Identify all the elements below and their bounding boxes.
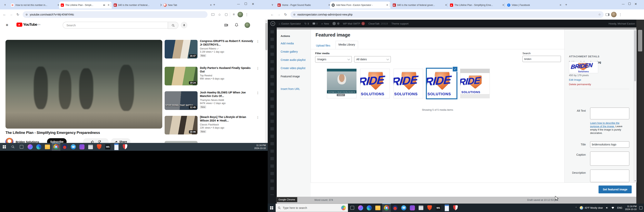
scrollbar-thumb[interactable] bbox=[638, 30, 642, 51]
file-explorer-icon[interactable] bbox=[374, 203, 382, 212]
page-scrollbar-region[interactable] bbox=[636, 20, 644, 203]
site-settings-icon[interactable]: ⚙ bbox=[293, 13, 296, 16]
suggestion-thumb[interactable]: 16:47 bbox=[165, 40, 198, 59]
profile-avatar[interactable] bbox=[611, 12, 616, 17]
suggestion-menu-icon[interactable]: ⋮ bbox=[256, 40, 259, 43]
howdy-menu[interactable]: Howdy, Michael Easton bbox=[608, 20, 641, 28]
brave-icon[interactable] bbox=[95, 143, 104, 151]
media-item-1[interactable]: ancis Boyle is a Harvard University educ… bbox=[327, 69, 356, 98]
suggestion-channel[interactable]: Top Rewind bbox=[200, 74, 255, 77]
tab-psr-article[interactable]: ▌▌ 840 is the number of federal... ✕ bbox=[112, 2, 164, 9]
comments-menu[interactable]: 0 bbox=[312, 22, 318, 25]
aimp-icon[interactable] bbox=[60, 143, 69, 151]
suggestion-title[interactable]: Josh Hawley BLOWS UP When Joe Manchin Cu… bbox=[200, 91, 255, 98]
designer-icon[interactable] bbox=[408, 203, 417, 212]
media-search-input[interactable] bbox=[522, 56, 561, 62]
network-icon[interactable] bbox=[611, 206, 614, 209]
media-item-4-selected[interactable]: RIDE SOLUTIONS bbox=[427, 69, 456, 98]
tab-search-button[interactable]: ∨ bbox=[270, 2, 275, 7]
suggestion-title[interactable]: [Beach Boys] The Lifestyle of Brian Wils… bbox=[200, 115, 255, 122]
taskbar-search-button[interactable] bbox=[8, 143, 17, 151]
caption-field[interactable] bbox=[590, 151, 629, 166]
site-menu[interactable]: ⌂Easton Spectator bbox=[279, 22, 301, 25]
edge-icon[interactable] bbox=[34, 143, 43, 151]
suggestion-menu-icon[interactable]: ⋮ bbox=[256, 67, 259, 70]
delete-permanently-link[interactable]: Delete permanently bbox=[565, 81, 634, 86]
reload-button[interactable]: ↻ bbox=[282, 12, 288, 18]
cleantalk-menu[interactable]: CleanTalk20319 bbox=[368, 22, 388, 25]
tab-youtube[interactable]: ▶ The Lifeline Plan - Simplifying Eme...… bbox=[448, 2, 506, 9]
wp-mail-smtp-menu[interactable]: WP Mail SMTP1 bbox=[343, 22, 365, 25]
forward-button[interactable]: → bbox=[276, 12, 282, 18]
search-highlight-icon[interactable] bbox=[341, 205, 346, 210]
video-player[interactable] bbox=[6, 40, 162, 129]
selected-check-icon[interactable]: ✓ bbox=[452, 66, 458, 72]
brave-icon[interactable] bbox=[425, 203, 434, 212]
alt-text-field[interactable] bbox=[590, 108, 629, 119]
tab-upload-files[interactable]: Upload files bbox=[316, 42, 330, 49]
reload-button[interactable]: ↻ bbox=[15, 12, 21, 18]
taskbar-clock[interactable]: 11:16 PM 2024-10-10 bbox=[625, 205, 636, 211]
side-panel-icon[interactable] bbox=[604, 12, 610, 18]
tab-gmail[interactable]: M How to not let this number in... ✕ bbox=[10, 2, 62, 9]
close-button[interactable]: ✕ bbox=[633, 2, 638, 6]
tab-psr-home[interactable]: ▌▌ Home - Puget Sound Radio ✕ bbox=[276, 2, 332, 9]
suggestion-thumb[interactable]: 16:06 bbox=[165, 116, 198, 134]
weather-widget[interactable]: 43°F Mostly clear bbox=[580, 206, 603, 210]
suggestion-thumb[interactable]: 19:24 bbox=[165, 67, 198, 85]
suggestion-menu-icon[interactable]: ⋮ bbox=[256, 116, 259, 119]
tab-search-button[interactable]: ∨ bbox=[3, 2, 8, 7]
suggestion-channel[interactable]: Gersoni Ribeiro bbox=[200, 47, 216, 50]
task-view-button[interactable] bbox=[17, 143, 26, 151]
shield-app-icon[interactable] bbox=[121, 143, 129, 151]
tab-close-icon[interactable]: ✕ bbox=[107, 4, 110, 7]
tray-expand-icon[interactable]: ⌃ bbox=[575, 206, 577, 209]
phone-icon[interactable]: ☎ bbox=[400, 203, 408, 212]
media-type-filter[interactable]: Images bbox=[315, 56, 352, 62]
speaker-icon[interactable] bbox=[606, 206, 608, 209]
suggestion-thumb[interactable]: STOP DOING THAT SH*T!!! 12:45 bbox=[165, 91, 198, 110]
suggestion-title[interactable]: Congress ERUPTS as Robert F. Kennedy Jr … bbox=[200, 39, 255, 46]
tab-audio-icon[interactable] bbox=[103, 4, 106, 7]
language-indicator[interactable]: ENG bbox=[617, 206, 622, 209]
suggestion-channel[interactable]: Classic Flashback bbox=[200, 123, 255, 126]
document-app-icon[interactable] bbox=[442, 203, 451, 212]
search-box[interactable]: Search bbox=[63, 22, 168, 29]
tab-close-icon[interactable]: ✕ bbox=[386, 4, 389, 7]
media-item-2[interactable]: RIDE SOLUTIONS bbox=[360, 69, 390, 98]
new-tab-button[interactable]: + bbox=[565, 3, 567, 7]
notification-center-icon[interactable] bbox=[639, 206, 642, 209]
menu-create-video-playlist[interactable]: Create video playlist bbox=[277, 61, 311, 70]
description-field[interactable] bbox=[590, 170, 629, 182]
chrome-icon[interactable] bbox=[52, 143, 60, 151]
theme-support-menu[interactable]: Theme support bbox=[392, 22, 408, 25]
menu-create-gallery[interactable]: Create gallery bbox=[277, 45, 311, 53]
title-field[interactable] bbox=[590, 141, 629, 148]
edge-icon[interactable] bbox=[365, 203, 374, 212]
wordperfect-icon[interactable]: WS bbox=[104, 143, 112, 151]
youtube-logo[interactable]: ▶ YouTube CA bbox=[16, 22, 40, 27]
aimp-icon[interactable] bbox=[391, 203, 400, 212]
copilot-icon[interactable] bbox=[26, 143, 34, 151]
media-item-3[interactable]: RIDE SOLUTIONS bbox=[394, 69, 423, 98]
back-button[interactable]: ← bbox=[269, 12, 275, 18]
edit-image-link[interactable]: Edit Image bbox=[565, 77, 634, 81]
shield-app-icon[interactable] bbox=[451, 203, 460, 212]
printer-icon[interactable] bbox=[417, 203, 425, 212]
maximize-button[interactable] bbox=[628, 2, 631, 6]
updates-menu[interactable]: ↻8 bbox=[304, 22, 309, 25]
taskbar-clock[interactable]: 11:16 PM 2024-10-10 bbox=[254, 144, 266, 150]
windows-search-box[interactable]: Type here to search bbox=[276, 203, 348, 212]
media-item-5[interactable]: RIDE SOLUTIONS bbox=[460, 69, 490, 98]
phone-icon[interactable]: ☎ bbox=[69, 143, 78, 151]
tab-facebook[interactable]: f Video | Facebook ✕ bbox=[506, 2, 564, 9]
scrollbar-thumb[interactable] bbox=[634, 30, 636, 81]
minimize-button[interactable]: — bbox=[620, 2, 626, 6]
tab-youtube-active[interactable]: ▶ The Lifeline Plan - Simpli... ✕ bbox=[59, 2, 112, 9]
tab-psr-article[interactable]: ▌▌ 840 is the number of federal gover...… bbox=[391, 2, 449, 9]
start-button[interactable] bbox=[0, 143, 8, 151]
tab-media-library[interactable]: Media Library bbox=[336, 41, 358, 49]
start-button[interactable] bbox=[268, 203, 276, 212]
site-settings-icon[interactable]: ⚙ bbox=[26, 13, 28, 16]
chrome-icon[interactable] bbox=[382, 203, 391, 212]
